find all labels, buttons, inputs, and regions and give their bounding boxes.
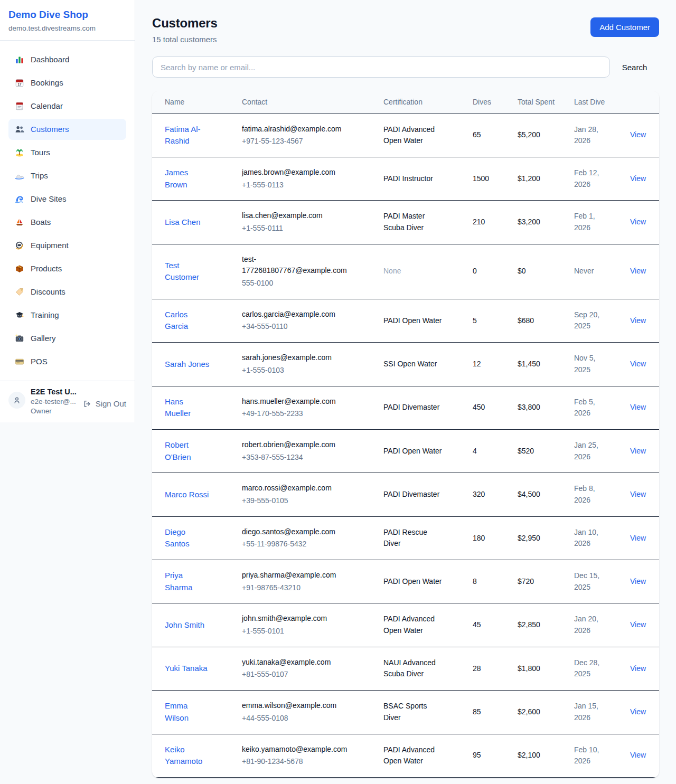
customer-name-link[interactable]: Fatima Al-Rashid	[165, 125, 201, 146]
customer-name-link[interactable]: Diego Santos	[165, 527, 190, 549]
customer-phone: +971-55-123-4567	[242, 136, 356, 147]
customer-name-link[interactable]: Sarah Jones	[165, 360, 209, 369]
user-role: Owner	[31, 407, 78, 415]
view-link[interactable]: View	[630, 664, 646, 673]
customer-total-spent: $680	[509, 299, 566, 342]
sidebar-item-discounts[interactable]: Discounts	[8, 281, 126, 303]
customer-certification: PADI Open Water	[383, 446, 445, 457]
customer-name-link[interactable]: Hans Mueller	[165, 397, 191, 418]
search-button[interactable]: Search	[610, 62, 659, 72]
sidebar-item-products[interactable]: Products	[8, 258, 126, 279]
user-name: E2E Test U...	[31, 388, 78, 396]
sidebar-item-gallery[interactable]: Gallery	[8, 328, 126, 349]
view-link[interactable]: View	[630, 267, 646, 275]
customer-name-link[interactable]: Yuki Tanaka	[165, 664, 208, 673]
page-title: Customers	[152, 16, 218, 31]
customer-dives: 180	[464, 516, 509, 560]
customer-phone: +34-555-0110	[242, 321, 356, 333]
boats-icon	[15, 218, 24, 227]
sidebar-item-equipment[interactable]: Equipment	[8, 235, 126, 256]
customer-phone: +81-90-1234-5678	[242, 756, 356, 768]
table-row: Hans Mueller hans.mueller@example.com +4…	[152, 386, 659, 429]
customer-name-link[interactable]: Marco Rossi	[165, 490, 209, 499]
table-row: Emma Wilson emma.wilson@example.com +44-…	[152, 691, 659, 734]
sidebar-item-bookings[interactable]: 17 Bookings	[8, 72, 126, 93]
customer-name-link[interactable]: Carlos Garcia	[165, 310, 188, 331]
customer-name-link[interactable]: James Brown	[165, 168, 188, 189]
customer-phone: +1-555-0111	[242, 223, 356, 234]
customer-certification: PADI Divemaster	[383, 489, 445, 500]
customer-name-link[interactable]: Emma Wilson	[165, 701, 189, 722]
customer-certification: PADI Rescue Diver	[383, 527, 445, 550]
gallery-icon	[15, 334, 24, 343]
sign-out-button[interactable]: Sign Out	[83, 399, 126, 408]
customer-dives: 85	[464, 691, 509, 734]
customer-certification: PADI Instructor	[383, 173, 445, 185]
table-row: Yuki Tanaka yuki.tanaka@example.com +81-…	[152, 647, 659, 690]
customer-dives: 28	[464, 647, 509, 690]
add-customer-button[interactable]: Add Customer	[590, 17, 659, 37]
sidebar-item-dashboard[interactable]: Dashboard	[8, 49, 126, 70]
shop-subdomain: demo.test.divestreams.com	[8, 24, 126, 32]
discounts-icon	[15, 287, 24, 297]
customer-total-spent: $1,200	[509, 157, 566, 200]
customer-name-link[interactable]: Priya Sharma	[165, 571, 193, 592]
view-link[interactable]: View	[630, 751, 646, 759]
sidebar-item-trips[interactable]: Trips	[8, 165, 126, 186]
sidebar-item-training[interactable]: Training	[8, 305, 126, 326]
customer-dives: 210	[464, 201, 509, 244]
view-link[interactable]: View	[630, 360, 646, 368]
sidebar-nav: Dashboard 17 Bookings Calendar Customers…	[0, 41, 135, 381]
customer-last-dive: Jan 15, 2026	[566, 691, 622, 734]
view-link[interactable]: View	[630, 174, 646, 183]
customer-total-spent: $4,500	[509, 473, 566, 516]
view-link[interactable]: View	[630, 620, 646, 629]
customer-email: sarah.jones@example.com	[242, 352, 356, 364]
sidebar-item-boats[interactable]: Boats	[8, 212, 126, 233]
equipment-icon	[15, 241, 24, 250]
sidebar-item-label: Trips	[31, 171, 48, 180]
view-link[interactable]: View	[630, 218, 646, 226]
customer-name-link[interactable]: John Smith	[165, 620, 204, 629]
view-link[interactable]: View	[630, 403, 646, 411]
customer-last-dive: Dec 15, 2025	[566, 560, 622, 603]
sign-out-label: Sign Out	[96, 399, 126, 408]
customer-total-spent: $0	[509, 244, 566, 299]
svg-text:17: 17	[17, 82, 22, 86]
sidebar-item-label: Dive Sites	[31, 194, 67, 203]
customer-name-link[interactable]: Test Customer	[165, 261, 199, 282]
view-link[interactable]: View	[630, 490, 646, 498]
sidebar-item-label: Boats	[31, 218, 51, 226]
view-link[interactable]: View	[630, 447, 646, 455]
customer-certification: PADI Open Water	[383, 315, 445, 327]
tours-icon	[15, 148, 24, 157]
view-link[interactable]: View	[630, 130, 646, 139]
customer-last-dive: Sep 20, 2025	[566, 299, 622, 342]
sidebar-item-calendar[interactable]: Calendar	[8, 96, 126, 117]
customer-email: marco.rossi@example.com	[242, 483, 356, 494]
customers-table: Name Contact Certification Dives Total S…	[152, 91, 659, 778]
sidebar-item-tours[interactable]: Tours	[8, 142, 126, 163]
dashboard-icon	[15, 55, 24, 64]
sidebar-item-customers[interactable]: Customers	[8, 119, 126, 140]
customer-phone: +91-98765-43210	[242, 582, 356, 594]
view-link[interactable]: View	[630, 577, 646, 585]
view-link[interactable]: View	[630, 316, 646, 325]
user-meta: E2E Test U... e2e-tester@... Owner	[31, 388, 78, 415]
sidebar-item-dive-sites[interactable]: Dive Sites	[8, 188, 126, 210]
customer-certification: PADI Advanced Open Water	[383, 613, 445, 636]
customer-email: yuki.tanaka@example.com	[242, 657, 356, 668]
bookings-icon: 17	[15, 78, 24, 88]
customer-name-link[interactable]: Keiko Yamamoto	[165, 745, 202, 766]
view-link[interactable]: View	[630, 707, 646, 716]
search-input[interactable]	[152, 56, 610, 78]
customer-name-link[interactable]: Lisa Chen	[165, 218, 201, 226]
customer-total-spent: $2,850	[509, 603, 566, 647]
customer-total-spent: $3,800	[509, 386, 566, 429]
customer-certification: None	[383, 266, 445, 277]
view-link[interactable]: View	[630, 534, 646, 542]
customer-certification: PADI Open Water	[383, 576, 445, 588]
customer-email: lisa.chen@example.com	[242, 210, 356, 222]
sidebar-item-pos[interactable]: POS	[8, 351, 126, 372]
customer-name-link[interactable]: Robert O'Brien	[165, 440, 191, 461]
